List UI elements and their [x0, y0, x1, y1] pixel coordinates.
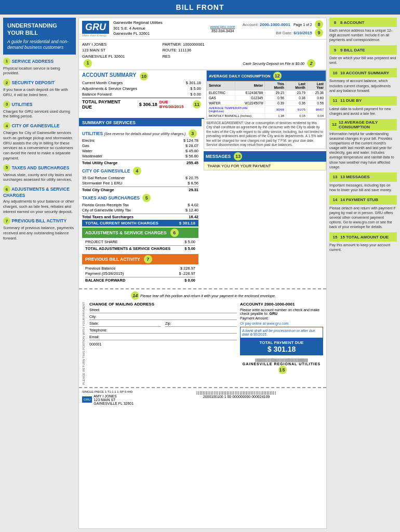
right-item-11-title: 11 11 DUE BY: [329, 96, 397, 105]
route-row: ROUTE: 111136: [163, 47, 243, 53]
customer-route: PARTNER: 1000000001 ROUTE: 111136 RES: [163, 42, 243, 68]
gru-icon: GRU: [82, 396, 92, 403]
account-number-row: Account: 2000-1000-0001 Page 1 of 2 8: [243, 20, 323, 29]
sidebar-item-6-title: 6 ADJUSTMENTS & SERVICE CHARGES: [3, 185, 76, 198]
service-agreement: SERVICE AGREEMENT: Use or consumption of…: [204, 119, 326, 150]
sidebar-item-5: 5 TAXES AND SURCHARGES Various state, co…: [3, 164, 76, 183]
bill-front-header: BILL FRONT: [0, 0, 400, 15]
badge-1: 1: [3, 58, 10, 65]
services-agreement-row: SUMMARY OF SERVICES UTILITIES (See rever…: [79, 119, 326, 286]
badge-13: 13: [234, 152, 242, 161]
right-col: SERVICE AGREEMENT: Use or consumption of…: [204, 119, 326, 286]
right-item-10-text: Summary of account balance, which includ…: [329, 78, 397, 92]
payment-stub: 14 Please tear off this portion and retu…: [79, 288, 326, 387]
sidebar-item-2: 2 SECURITY DEPOSIT If you have a cash de…: [3, 79, 76, 98]
gru-website-block: www.gru.com 352-334-3434: [206, 24, 239, 33]
project-share-row: PROJECT SHARE $5.00: [85, 240, 195, 244]
right-item-11-text: Latest date to submit payment for new ch…: [329, 107, 397, 116]
form-content: CHANGE OF MAILING ADDRESS Street: City: …: [89, 302, 237, 346]
summary-row-adjustments: Adjustments & Service Charges $ 5.00: [82, 86, 201, 91]
street-field: Street:: [89, 308, 237, 313]
email-field: Email:: [89, 335, 237, 340]
messages-header: MESSAGES 13: [204, 151, 326, 162]
taxes-total-row: Total Taxes and Surcharges 16.42: [82, 214, 198, 219]
badge-10-right: 10: [331, 69, 339, 76]
customer-info: AMY I JONES 123 MAIN ST GAINESVILLE FL 3…: [79, 39, 326, 70]
taxes-title: TAXES AND SURCHARGES 5: [82, 194, 198, 202]
right-item-13: 13 13 MESSAGES Important messages, inclu…: [329, 172, 397, 192]
consumption-water: WATER W12245078 0.39 0.36 0.56: [207, 100, 326, 105]
customer-address: AMY I JONES 123 MAIN ST GAINESVILLE FL 3…: [82, 42, 163, 68]
badge-8-right: 8: [331, 19, 339, 26]
right-item-15-title: 15 15 TOTAL AMOUNT DUE: [329, 232, 397, 242]
bill-date-label: Bill Date:: [276, 31, 292, 35]
gru-phone: 352-334-3434: [206, 29, 239, 33]
customer-city: GAINESVILLE FL 32601: [82, 54, 163, 59]
sidebar-title: UNDERSTANDING YOUR BILL: [7, 22, 72, 37]
summary-row-total: TOTAL PAYMENT DUE $ 306.18 DUE BY6/30/20…: [82, 98, 201, 110]
gru-tagline: More than Energy: [82, 34, 107, 37]
city-title: CITY OF GAINESVILLE 4: [82, 167, 198, 175]
sidebar-item-1-title: 1 SERVICE ADDRESS: [3, 58, 76, 65]
sidebar-item-3-text: Charges for GRU services used during the…: [3, 109, 76, 119]
badge-13-right: 13: [331, 174, 339, 181]
sidebar-item-2-title: 2 SECURITY DEPOSIT: [3, 79, 76, 86]
prev-activity-header: PREVIOUS BILL ACTIVITY 7: [82, 254, 198, 264]
sidebar-item-4: 4 CITY OF GAINESVILLE Charges for City o…: [3, 122, 76, 161]
right-item-10-title: 10 10 ACCOUNT SUMMARY: [329, 68, 397, 77]
barcode-label: GAINESVILLE REGIONAL UTILITIES: [240, 362, 323, 366]
messages-block: MESSAGES 13 THANK YOU FOR YOUR PAYMENT: [204, 151, 326, 170]
bottom-barcode: ||||||||||||||||||||||||||||||||||||||||…: [150, 390, 323, 405]
consumption-gas: GAS G12345 0.56 0.38 0.60: [207, 95, 326, 100]
bill-document: GRU More than Energy Gainesville Regiona…: [78, 18, 327, 529]
right-item-8-title: 8 8 ACCOUNT: [329, 18, 397, 27]
sidebar-item-6-text: Any adjustments to your balance or other…: [3, 199, 76, 214]
balance-forward-row: BALANCE FORWARD $ 0.00: [85, 277, 195, 283]
badge-11-right: 11: [331, 97, 339, 104]
bank-draft-notice: A bank draft will be processed on or aft…: [240, 327, 323, 338]
right-item-8: 8 8 ACCOUNT Each service address has a u…: [329, 18, 397, 42]
city-field: City:: [89, 315, 237, 320]
consumption-header: AVERAGE DAILY CONSUMPTION 12: [207, 71, 326, 81]
bill-date: 6/10/2015: [294, 31, 312, 35]
right-item-14: 14 14 PAYMENT STUB Please detach and ret…: [329, 195, 397, 229]
adjustments-content: PROJECT SHARE $5.00 TOTAL ADJUSTMENTS & …: [82, 238, 198, 253]
badge-14: 14: [131, 291, 139, 300]
sidebar-item-4-text: Charges for City of Gainesville services…: [3, 130, 76, 161]
page-label: Page 1 of 2: [294, 23, 312, 26]
prev-balance-row: Previous Balance $226.97: [85, 266, 195, 271]
stub-content: PLEASE RETURN THIS PORTION WITH YOUR PAY…: [82, 302, 323, 385]
sidebar-subtitle: A guide for residential and non-demand b…: [7, 39, 72, 50]
badge-4: 4: [3, 122, 10, 129]
total-payment-box: TOTAL PAYMENT DUE $ 301.18: [240, 338, 323, 355]
badge-1-inline: 1: [84, 59, 92, 68]
security-deposit: Cash Security Deposit on File is $0.00 2: [243, 59, 323, 68]
gross-receipts-row: Florida Gross Receipts Tax $4.02: [82, 203, 198, 207]
badge-5: 5: [3, 164, 10, 171]
adjustments-header: ADJUSTMENTS & SERVICE CHARGES 6: [82, 228, 198, 238]
barcode-lines: ||||||||||||||||||||||||||||||||||||||||…: [240, 357, 323, 362]
consumption-rain: MONTHLY RAINFALL (Inches) 1.38 0.15 0.04: [207, 113, 326, 118]
badge-12-right: 12: [331, 121, 337, 128]
mail-class: SINGLE-PIECE 1 T1:1 1 1 SP 0.440: [82, 390, 144, 393]
sidebar-header: UNDERSTANDING YOUR BILL A guide for resi…: [3, 18, 76, 55]
total-amount: $ 301.18: [242, 345, 321, 353]
sidebar-item-3: 3 UTILITIES Charges for GRU services use…: [3, 101, 76, 119]
payment-row: Payment (05/28/2015) $-226.97: [85, 271, 195, 276]
sidebar-item-3-title: 3 UTILITIES: [3, 101, 76, 108]
gru-logo-text: GRU: [82, 21, 109, 34]
badge-2: 2: [3, 79, 10, 86]
consumption-header-row: Service Meter This Month Last Month Last…: [207, 81, 326, 90]
sidebar-item-1: 1 SERVICE ADDRESS Physical location serv…: [3, 58, 76, 76]
barcode-area: ||||||||||||||||||||||||||||||||||||||||…: [240, 357, 323, 374]
badge-12: 12: [273, 72, 282, 80]
electric-row: Electric $124.78: [82, 138, 198, 143]
badge-9-right: 9: [331, 46, 339, 54]
gru-header: GRU More than Energy Gainesville Regiona…: [79, 18, 326, 39]
badge-7: 7: [3, 217, 10, 224]
res-row: RES: [163, 54, 243, 59]
right-item-9: 9 9 BILL DATE Date on which your bill wa…: [329, 45, 397, 65]
col-last-year: Last Year: [307, 81, 325, 90]
account-number: 2000-1000-0001: [260, 22, 290, 27]
sidebar-item-7: 7 PREVIOUS BILL ACTIVITY Summary of prev…: [3, 217, 76, 241]
